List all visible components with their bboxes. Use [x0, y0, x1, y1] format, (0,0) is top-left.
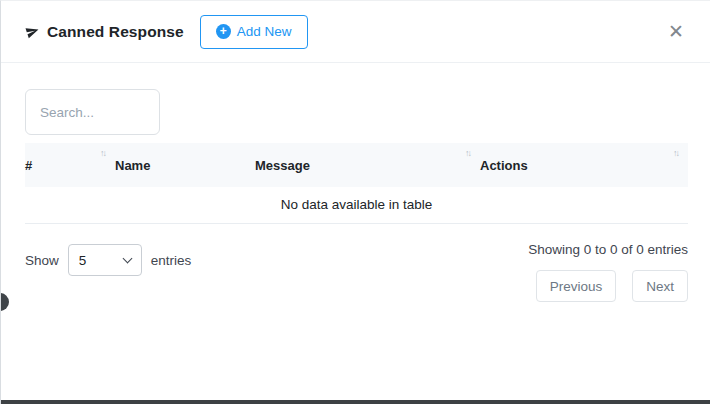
send-icon [25, 24, 40, 39]
table-footer: Show 5 entries Showing 0 to 0 of 0 entri… [25, 242, 688, 302]
empty-message: No data available in table [25, 187, 688, 224]
sort-icon[interactable]: ↑↓ [465, 148, 470, 158]
add-new-button[interactable]: + Add New [200, 15, 308, 49]
table-header-row: # ↑↓ Name Message ↑↓ Actions ↑↓ [25, 143, 688, 187]
page-size-select-wrap: 5 [68, 244, 142, 276]
modal-body: # ↑↓ Name Message ↑↓ Actions ↑↓ [1, 63, 710, 302]
canned-response-modal: Canned Response + Add New ✕ # ↑↓ Name [0, 0, 710, 404]
show-label: Show [25, 253, 59, 268]
page-size-select[interactable]: 5 [68, 244, 142, 276]
empty-row: No data available in table [25, 187, 688, 224]
modal-title: Canned Response [47, 23, 184, 41]
column-header-name[interactable]: Name [115, 143, 255, 187]
title-wrap: Canned Response [25, 23, 184, 41]
add-new-label: Add New [237, 24, 292, 39]
sort-icon[interactable]: ↑↓ [673, 148, 678, 158]
bottom-edge-bar [1, 400, 710, 404]
sort-icon[interactable]: ↑↓ [100, 148, 105, 158]
column-header-number[interactable]: # ↑↓ [25, 143, 115, 187]
previous-button[interactable]: Previous [536, 270, 617, 302]
column-header-actions[interactable]: Actions ↑↓ [480, 143, 688, 187]
footer-right: Showing 0 to 0 of 0 entries Previous Nex… [528, 242, 688, 302]
search-input[interactable] [25, 89, 160, 135]
column-header-message[interactable]: Message ↑↓ [255, 143, 480, 187]
entries-summary: Showing 0 to 0 of 0 entries [528, 242, 688, 257]
close-icon[interactable]: ✕ [664, 20, 688, 43]
next-button[interactable]: Next [632, 270, 688, 302]
entries-label: entries [151, 253, 192, 268]
plus-icon: + [216, 24, 231, 39]
canned-response-table: # ↑↓ Name Message ↑↓ Actions ↑↓ [25, 143, 688, 224]
page-length-control: Show 5 entries [25, 244, 191, 276]
pagination: Previous Next [536, 270, 688, 302]
modal-header: Canned Response + Add New ✕ [1, 1, 710, 63]
